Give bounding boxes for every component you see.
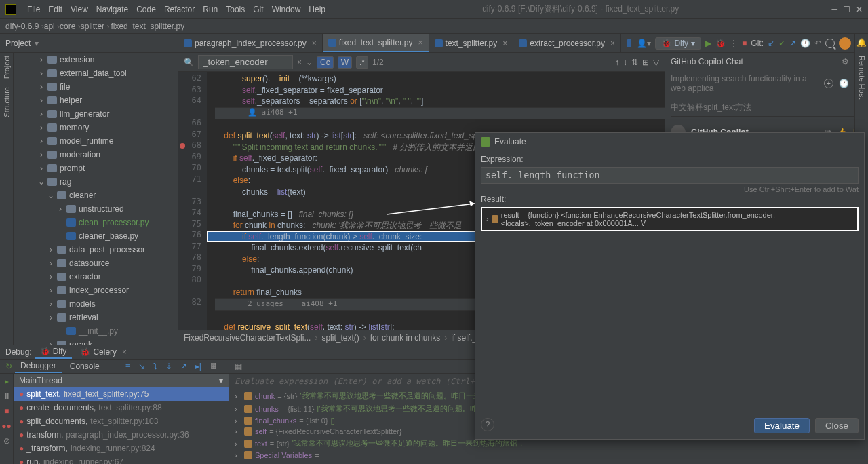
chevron-down-icon[interactable]: ▾ <box>35 39 39 48</box>
line-number[interactable] <box>178 286 207 298</box>
expression-input[interactable] <box>481 167 859 184</box>
layout-icon[interactable]: ▦ <box>235 362 242 371</box>
line-number[interactable]: 66 <box>178 118 207 130</box>
tree-item[interactable]: ›prompt <box>14 161 178 175</box>
git-commit-icon[interactable]: ✓ <box>778 39 785 48</box>
tree-item[interactable]: ›data_post_processor <box>14 243 178 256</box>
breadcrumb-item[interactable]: core <box>60 22 75 31</box>
line-number[interactable]: 76 <box>178 230 207 241</box>
project-tool-label[interactable]: Project <box>5 39 31 48</box>
code-crumb[interactable]: for chunk in chunks <box>370 333 440 343</box>
add-selection-icon[interactable]: ⊞ <box>642 58 649 67</box>
restart-icon[interactable]: ↻ <box>5 362 12 371</box>
line-number[interactable]: 77 <box>178 241 207 253</box>
find-close-icon[interactable]: × <box>297 58 302 67</box>
code-line[interactable] <box>215 119 665 131</box>
close-tab-icon[interactable]: × <box>418 38 423 47</box>
menu-help[interactable]: Help <box>304 5 330 14</box>
line-number[interactable] <box>178 185 207 197</box>
debug-icon[interactable]: 🐞 <box>715 39 726 48</box>
tree-item[interactable]: ⌄cleaner <box>14 189 178 202</box>
git-update-icon[interactable]: ↙ <box>768 39 774 48</box>
stack-frame[interactable]: ●split_documents, text_splitter.py:103 <box>14 414 229 428</box>
line-number[interactable]: 62 <box>178 73 207 85</box>
tree-item[interactable]: ›index_processor <box>14 284 178 297</box>
words-button[interactable]: W <box>338 56 352 69</box>
run-to-cursor-icon[interactable]: ▸| <box>195 362 201 371</box>
help-icon[interactable]: ? <box>481 418 494 431</box>
mute-breakpoints-icon[interactable]: ⊘ <box>3 436 10 446</box>
line-number[interactable] <box>178 107 207 119</box>
close-icon[interactable]: ✕ <box>856 5 863 14</box>
menu-view[interactable]: View <box>66 5 92 14</box>
run-config-select[interactable]: 🐞 Dify ▾ <box>655 37 701 50</box>
menu-window[interactable]: Window <box>268 5 305 14</box>
gutter[interactable]: 626364666768697071737475767778798082 <box>178 72 207 330</box>
editor-tab[interactable]: text_extractor.py× <box>621 34 631 52</box>
project-tree[interactable]: ›extension›external_data_tool›file›helpe… <box>14 53 178 345</box>
close-tab-icon[interactable]: × <box>610 39 615 48</box>
editor-tab[interactable]: extract_processor.py× <box>513 34 621 52</box>
structure-tool-tab[interactable]: Structure <box>3 87 11 117</box>
console-tab[interactable]: Console <box>64 360 105 372</box>
tree-item[interactable]: ›datasource <box>14 256 178 270</box>
menu-run[interactable]: Run <box>199 5 222 14</box>
match-case-button[interactable]: Cc <box>317 56 334 69</box>
next-match-icon[interactable]: ↓ <box>623 58 627 67</box>
debug-tab-celery[interactable]: 🐞Celery× <box>75 346 132 358</box>
line-number[interactable]: 68 <box>178 140 207 152</box>
editor-tab[interactable]: paragraph_index_processor.py× <box>178 34 323 52</box>
breadcrumb-item[interactable]: splitter <box>81 22 104 31</box>
tree-item[interactable]: clean_processor.py <box>14 216 178 229</box>
tree-item[interactable]: ›moderation <box>14 148 178 161</box>
line-number[interactable]: 69 <box>178 152 207 163</box>
code-line[interactable]: super().__init__(**kwargs) <box>215 73 665 85</box>
stop-icon[interactable]: ■ <box>742 39 747 48</box>
tree-item[interactable]: ›models <box>14 297 178 311</box>
search-icon[interactable] <box>825 39 835 48</box>
prev-match-icon[interactable]: ↑ <box>615 58 619 67</box>
tree-item[interactable]: ›extractor <box>14 270 178 284</box>
menu-file[interactable]: File <box>23 5 44 14</box>
resume-icon[interactable]: ▸ <box>5 376 9 386</box>
line-number[interactable]: 63 <box>178 85 207 96</box>
tree-item[interactable]: __init__.py <box>14 324 178 338</box>
view-breakpoints-icon[interactable]: ●● <box>1 421 12 431</box>
evaluate-button[interactable]: Evaluate <box>754 418 810 433</box>
chevron-down-icon[interactable]: ▾ <box>219 376 223 385</box>
more-run-icon[interactable]: ⋮ <box>730 39 738 48</box>
line-number[interactable]: 78 <box>178 252 207 264</box>
find-history-icon[interactable]: ⌄ <box>306 58 313 67</box>
filter-icon[interactable]: ▽ <box>653 58 659 67</box>
breadcrumb-item[interactable]: api <box>44 22 55 31</box>
tree-item[interactable]: ›extension <box>14 53 178 66</box>
variable-item[interactable]: ›Special Variables = <box>229 450 868 461</box>
tree-item[interactable]: ›helper <box>14 94 178 107</box>
breadcrumb-item[interactable]: fixed_text_splitter.py <box>109 22 184 31</box>
maximize-icon[interactable]: ☐ <box>843 5 850 14</box>
tree-item[interactable]: ›file <box>14 80 178 94</box>
tree-item[interactable]: ›external_data_tool <box>14 66 178 80</box>
stack-frame[interactable]: ●create_documents, text_splitter.py:88 <box>14 401 229 414</box>
tree-item[interactable]: ›unstructured <box>14 202 178 216</box>
breadcrumb-item[interactable]: dify-0.6.9 <box>5 22 39 31</box>
editor-tab[interactable]: text_splitter.py× <box>429 34 514 52</box>
editor-tab[interactable]: fixed_text_splitter.py× <box>323 34 429 52</box>
select-all-icon[interactable]: ⇅ <box>631 58 638 67</box>
line-number[interactable]: 64 <box>178 96 207 107</box>
evaluate-icon[interactable]: 🖩 <box>210 362 218 371</box>
menu-navigate[interactable]: Navigate <box>92 5 132 14</box>
line-number[interactable]: 74 <box>178 208 207 219</box>
stack-frame[interactable]: ●transform, paragraph_index_processor.py… <box>14 428 229 442</box>
code-crumb[interactable]: FixedRecursiveCharacterTextSpli... <box>184 333 311 343</box>
menu-tools[interactable]: Tools <box>222 5 249 14</box>
tree-item[interactable]: cleaner_base.py <box>14 229 178 243</box>
tree-item[interactable]: ›memory <box>14 121 178 134</box>
find-input[interactable] <box>198 55 293 69</box>
line-number[interactable]: 67 <box>178 130 207 141</box>
menu-code[interactable]: Code <box>132 5 160 14</box>
line-number[interactable]: 71 <box>178 174 207 186</box>
line-number[interactable]: 82 <box>178 297 207 309</box>
regex-button[interactable]: .* <box>356 56 368 69</box>
debugger-tab[interactable]: Debugger <box>15 360 62 373</box>
